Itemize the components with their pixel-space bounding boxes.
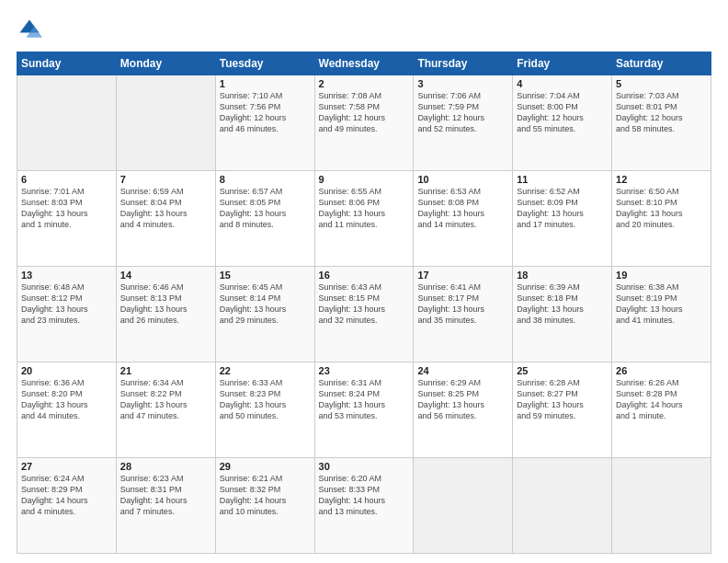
calendar-week-4: 20Sunrise: 6:36 AM Sunset: 8:20 PM Dayli… bbox=[17, 362, 711, 458]
day-number: 4 bbox=[517, 78, 608, 89]
col-header-friday: Friday bbox=[513, 52, 612, 75]
day-info: Sunrise: 6:33 AM Sunset: 8:23 PM Dayligh… bbox=[220, 377, 311, 422]
calendar-cell: 5Sunrise: 7:03 AM Sunset: 8:01 PM Daylig… bbox=[612, 75, 711, 171]
day-number: 23 bbox=[319, 365, 410, 376]
day-number: 2 bbox=[319, 78, 410, 89]
day-number: 19 bbox=[616, 270, 707, 281]
day-info: Sunrise: 6:31 AM Sunset: 8:24 PM Dayligh… bbox=[319, 377, 410, 422]
calendar-week-5: 27Sunrise: 6:24 AM Sunset: 8:29 PM Dayli… bbox=[17, 458, 711, 554]
calendar-cell: 20Sunrise: 6:36 AM Sunset: 8:20 PM Dayli… bbox=[17, 362, 117, 458]
calendar-cell: 13Sunrise: 6:48 AM Sunset: 8:12 PM Dayli… bbox=[17, 267, 117, 362]
day-info: Sunrise: 7:01 AM Sunset: 8:03 PM Dayligh… bbox=[21, 186, 112, 231]
day-number: 28 bbox=[120, 461, 211, 472]
day-info: Sunrise: 6:53 AM Sunset: 8:08 PM Dayligh… bbox=[417, 186, 508, 231]
day-info: Sunrise: 6:36 AM Sunset: 8:20 PM Dayligh… bbox=[21, 377, 112, 422]
day-number: 12 bbox=[616, 174, 707, 185]
day-info: Sunrise: 6:52 AM Sunset: 8:09 PM Dayligh… bbox=[517, 186, 608, 231]
day-info: Sunrise: 6:59 AM Sunset: 8:04 PM Dayligh… bbox=[120, 186, 211, 231]
calendar-cell: 18Sunrise: 6:39 AM Sunset: 8:18 PM Dayli… bbox=[513, 267, 612, 362]
day-number: 24 bbox=[417, 365, 508, 376]
day-number: 21 bbox=[120, 365, 211, 376]
day-info: Sunrise: 7:04 AM Sunset: 8:00 PM Dayligh… bbox=[517, 90, 608, 135]
day-number: 15 bbox=[220, 270, 311, 281]
day-number: 7 bbox=[120, 174, 211, 185]
col-header-sunday: Sunday bbox=[17, 52, 117, 75]
day-number: 10 bbox=[417, 174, 508, 185]
calendar-cell: 3Sunrise: 7:06 AM Sunset: 7:59 PM Daylig… bbox=[414, 75, 513, 171]
day-number: 9 bbox=[319, 174, 410, 185]
col-header-monday: Monday bbox=[116, 52, 215, 75]
calendar-cell bbox=[17, 75, 117, 171]
day-number: 26 bbox=[616, 365, 707, 376]
calendar-cell: 21Sunrise: 6:34 AM Sunset: 8:22 PM Dayli… bbox=[116, 362, 215, 458]
day-number: 8 bbox=[220, 174, 311, 185]
day-number: 11 bbox=[517, 174, 608, 185]
calendar-cell: 11Sunrise: 6:52 AM Sunset: 8:09 PM Dayli… bbox=[513, 171, 612, 267]
day-info: Sunrise: 6:23 AM Sunset: 8:31 PM Dayligh… bbox=[120, 473, 211, 518]
day-info: Sunrise: 6:48 AM Sunset: 8:12 PM Dayligh… bbox=[21, 282, 112, 327]
day-number: 18 bbox=[517, 270, 608, 281]
day-info: Sunrise: 6:41 AM Sunset: 8:17 PM Dayligh… bbox=[417, 282, 508, 327]
calendar-cell: 27Sunrise: 6:24 AM Sunset: 8:29 PM Dayli… bbox=[17, 458, 117, 554]
calendar-cell: 14Sunrise: 6:46 AM Sunset: 8:13 PM Dayli… bbox=[116, 267, 215, 362]
calendar-cell: 8Sunrise: 6:57 AM Sunset: 8:05 PM Daylig… bbox=[215, 171, 314, 267]
calendar-cell bbox=[612, 458, 711, 554]
day-number: 29 bbox=[220, 461, 311, 472]
calendar-cell bbox=[116, 75, 215, 171]
calendar-cell: 9Sunrise: 6:55 AM Sunset: 8:06 PM Daylig… bbox=[314, 171, 414, 267]
calendar-cell: 19Sunrise: 6:38 AM Sunset: 8:19 PM Dayli… bbox=[612, 267, 711, 362]
day-number: 22 bbox=[220, 365, 311, 376]
calendar-table: SundayMondayTuesdayWednesdayThursdayFrid… bbox=[17, 52, 711, 554]
calendar-cell: 4Sunrise: 7:04 AM Sunset: 8:00 PM Daylig… bbox=[513, 75, 612, 171]
day-number: 17 bbox=[417, 270, 508, 281]
day-info: Sunrise: 6:43 AM Sunset: 8:15 PM Dayligh… bbox=[319, 282, 410, 327]
day-info: Sunrise: 7:03 AM Sunset: 8:01 PM Dayligh… bbox=[616, 90, 707, 135]
calendar-cell: 15Sunrise: 6:45 AM Sunset: 8:14 PM Dayli… bbox=[215, 267, 314, 362]
day-info: Sunrise: 6:46 AM Sunset: 8:13 PM Dayligh… bbox=[120, 282, 211, 327]
day-number: 6 bbox=[21, 174, 112, 185]
calendar-cell: 6Sunrise: 7:01 AM Sunset: 8:03 PM Daylig… bbox=[17, 171, 117, 267]
calendar-cell: 7Sunrise: 6:59 AM Sunset: 8:04 PM Daylig… bbox=[116, 171, 215, 267]
day-info: Sunrise: 6:45 AM Sunset: 8:14 PM Dayligh… bbox=[220, 282, 311, 327]
calendar-cell: 24Sunrise: 6:29 AM Sunset: 8:25 PM Dayli… bbox=[414, 362, 513, 458]
day-number: 25 bbox=[517, 365, 608, 376]
calendar-cell: 2Sunrise: 7:08 AM Sunset: 7:58 PM Daylig… bbox=[314, 75, 414, 171]
day-info: Sunrise: 6:28 AM Sunset: 8:27 PM Dayligh… bbox=[517, 377, 608, 422]
day-info: Sunrise: 7:10 AM Sunset: 7:56 PM Dayligh… bbox=[220, 90, 311, 135]
day-number: 16 bbox=[319, 270, 410, 281]
day-info: Sunrise: 6:21 AM Sunset: 8:32 PM Dayligh… bbox=[220, 473, 311, 518]
day-number: 14 bbox=[120, 270, 211, 281]
col-header-tuesday: Tuesday bbox=[215, 52, 314, 75]
calendar-cell: 25Sunrise: 6:28 AM Sunset: 8:27 PM Dayli… bbox=[513, 362, 612, 458]
calendar-cell: 28Sunrise: 6:23 AM Sunset: 8:31 PM Dayli… bbox=[116, 458, 215, 554]
calendar-cell: 30Sunrise: 6:20 AM Sunset: 8:33 PM Dayli… bbox=[314, 458, 414, 554]
day-number: 20 bbox=[21, 365, 112, 376]
day-number: 5 bbox=[616, 78, 707, 89]
day-info: Sunrise: 6:34 AM Sunset: 8:22 PM Dayligh… bbox=[120, 377, 211, 422]
day-info: Sunrise: 7:08 AM Sunset: 7:58 PM Dayligh… bbox=[319, 90, 410, 135]
col-header-wednesday: Wednesday bbox=[314, 52, 414, 75]
logo bbox=[17, 17, 46, 42]
logo-icon bbox=[17, 17, 42, 42]
header bbox=[17, 17, 711, 42]
calendar-cell: 16Sunrise: 6:43 AM Sunset: 8:15 PM Dayli… bbox=[314, 267, 414, 362]
col-header-thursday: Thursday bbox=[414, 52, 513, 75]
day-info: Sunrise: 6:20 AM Sunset: 8:33 PM Dayligh… bbox=[319, 473, 410, 518]
day-number: 13 bbox=[21, 270, 112, 281]
day-info: Sunrise: 6:38 AM Sunset: 8:19 PM Dayligh… bbox=[616, 282, 707, 327]
calendar-cell bbox=[414, 458, 513, 554]
calendar-cell: 17Sunrise: 6:41 AM Sunset: 8:17 PM Dayli… bbox=[414, 267, 513, 362]
day-info: Sunrise: 7:06 AM Sunset: 7:59 PM Dayligh… bbox=[417, 90, 508, 135]
calendar-cell: 26Sunrise: 6:26 AM Sunset: 8:28 PM Dayli… bbox=[612, 362, 711, 458]
page: SundayMondayTuesdayWednesdayThursdayFrid… bbox=[0, 0, 728, 563]
calendar-week-3: 13Sunrise: 6:48 AM Sunset: 8:12 PM Dayli… bbox=[17, 267, 711, 362]
calendar-header-row: SundayMondayTuesdayWednesdayThursdayFrid… bbox=[17, 52, 711, 75]
calendar-cell: 22Sunrise: 6:33 AM Sunset: 8:23 PM Dayli… bbox=[215, 362, 314, 458]
day-number: 1 bbox=[220, 78, 311, 89]
day-info: Sunrise: 6:55 AM Sunset: 8:06 PM Dayligh… bbox=[319, 186, 410, 231]
calendar-cell bbox=[513, 458, 612, 554]
day-info: Sunrise: 6:39 AM Sunset: 8:18 PM Dayligh… bbox=[517, 282, 608, 327]
day-info: Sunrise: 6:57 AM Sunset: 8:05 PM Dayligh… bbox=[220, 186, 311, 231]
col-header-saturday: Saturday bbox=[612, 52, 711, 75]
day-info: Sunrise: 6:50 AM Sunset: 8:10 PM Dayligh… bbox=[616, 186, 707, 231]
